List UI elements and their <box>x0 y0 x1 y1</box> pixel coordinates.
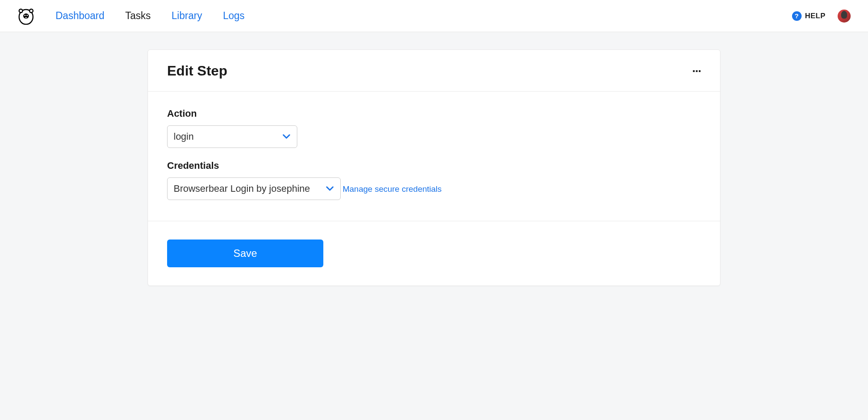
logo-icon <box>18 7 34 25</box>
nav-logs[interactable]: Logs <box>223 10 245 22</box>
svg-point-1 <box>19 9 23 13</box>
action-group: Action login <box>167 108 701 148</box>
svg-point-4 <box>24 15 26 16</box>
help-icon: ? <box>792 11 802 21</box>
card-footer: Save <box>148 221 720 285</box>
edit-step-card: Edit Step ··· Action login Credentials B… <box>148 49 720 286</box>
action-select-wrap: login <box>167 125 297 148</box>
nav-library[interactable]: Library <box>171 10 202 22</box>
action-label: Action <box>167 108 701 119</box>
save-button[interactable]: Save <box>167 240 323 267</box>
credentials-label: Credentials <box>167 160 701 171</box>
credentials-select-wrap: Browserbear Login by josephine <box>167 177 341 200</box>
more-menu-icon[interactable]: ··· <box>692 68 701 74</box>
app-header: Dashboard Tasks Library Logs ? HELP <box>0 0 868 32</box>
logo[interactable] <box>17 7 35 25</box>
nav-dashboard[interactable]: Dashboard <box>56 10 105 22</box>
credentials-select[interactable]: Browserbear Login by josephine <box>167 177 341 200</box>
card-header: Edit Step ··· <box>148 50 720 92</box>
manage-credentials-link[interactable]: Manage secure credentials <box>342 184 441 194</box>
avatar[interactable] <box>838 10 851 23</box>
card-title: Edit Step <box>167 63 227 79</box>
help-link[interactable]: ? HELP <box>792 11 825 21</box>
svg-point-2 <box>30 9 33 13</box>
nav-tasks[interactable]: Tasks <box>125 10 151 22</box>
nav: Dashboard Tasks Library Logs <box>56 10 245 22</box>
header-left: Dashboard Tasks Library Logs <box>17 7 245 25</box>
action-select[interactable]: login <box>167 125 297 148</box>
help-label: HELP <box>805 12 825 20</box>
header-right: ? HELP <box>792 10 851 23</box>
card-body: Action login Credentials Browserbear Log… <box>148 92 720 221</box>
svg-point-5 <box>26 15 28 16</box>
main: Edit Step ··· Action login Credentials B… <box>0 32 868 286</box>
credentials-group: Credentials Browserbear Login by josephi… <box>167 160 701 200</box>
